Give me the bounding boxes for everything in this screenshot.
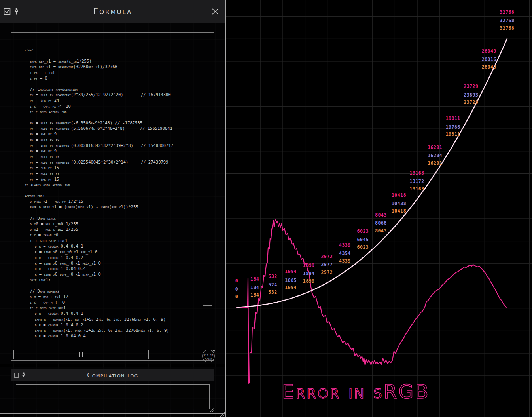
panel-resize-grip[interactable] [219, 412, 225, 417]
app-root: Formula loop: expr ref_y1 = slrgb(l_in1/… [0, 0, 532, 417]
horizontal-scroll-handle[interactable] [79, 352, 80, 357]
value-label-ref: 4354 [339, 251, 351, 256]
value-label-py: 184 [250, 276, 259, 282]
value-labels: 0001841841845325245321094108510941899189… [235, 10, 515, 299]
enabled-checkbox-icon[interactable] [4, 8, 11, 15]
value-label-prox: 32768 [500, 25, 514, 31]
formula-window: Formula loop: expr ref_y1 = slrgb(l_in1/… [0, 0, 225, 364]
value-label-py: 19811 [446, 116, 460, 121]
value-label-py: 16291 [428, 145, 442, 150]
value-label-prox: 1899 [303, 278, 315, 284]
grid-lines [226, 0, 532, 417]
value-label-prox: 184 [250, 292, 259, 298]
value-label-ref: 2977 [321, 262, 333, 267]
scale-value: 317.12 [203, 354, 214, 357]
value-label-ref: 13172 [410, 179, 424, 184]
value-label-ref: 32768 [500, 18, 514, 23]
log-resize-grip[interactable] [209, 407, 215, 413]
value-label-prox: 13163 [410, 186, 424, 192]
value-label-prox: 4339 [339, 258, 351, 264]
value-label-py: 2972 [321, 254, 333, 259]
value-label-prox: 6023 [357, 244, 369, 250]
scale-label: Scale [203, 358, 214, 361]
chart-canvas[interactable]: 0001841841845325245321094108510941899189… [226, 0, 532, 417]
value-label-py: 10418 [392, 192, 406, 198]
value-label-ref: 0 [235, 286, 238, 292]
value-label-py: 1094 [285, 269, 297, 274]
value-label-py: 8043 [375, 212, 387, 218]
value-label-ref: 524 [268, 282, 277, 288]
value-label-prox: 2972 [321, 270, 333, 275]
value-label-ref: 8068 [375, 220, 387, 226]
value-label-ref: 28016 [482, 57, 496, 62]
disabled-checkbox-icon[interactable] [14, 373, 19, 378]
value-label-py: 32768 [500, 10, 514, 15]
value-label-py: 1899 [303, 263, 315, 268]
formula-code[interactable]: loop: expr ref_y1 = slrgb(l_in1/255) exp… [25, 47, 198, 337]
value-label-ref: 10438 [392, 201, 406, 206]
value-label-ref: 16284 [428, 153, 442, 158]
value-label-py: 13163 [410, 170, 424, 176]
left-panel-column: Formula loop: expr ref_y1 = slrgb(l_in1/… [0, 0, 226, 417]
pin-icon[interactable] [13, 8, 19, 15]
log-titlebar[interactable]: Compilation log [11, 369, 214, 381]
value-label-prox: 23729 [464, 99, 478, 105]
log-output-box[interactable] [16, 384, 210, 409]
value-label-ref: 23693 [464, 92, 478, 98]
formula-titlebar[interactable]: Formula [0, 0, 225, 23]
horizontal-scrollbar[interactable] [13, 350, 149, 359]
value-label-py: 23729 [464, 84, 478, 89]
value-label-py: 4339 [339, 242, 351, 248]
value-label-prox: 19811 [446, 131, 460, 137]
log-pin-icon[interactable] [21, 372, 26, 378]
chart-title: Error in sRGB [282, 381, 430, 403]
value-label-py: 28049 [482, 48, 496, 54]
error-curve [237, 220, 506, 383]
value-label-ref: 1894 [303, 271, 315, 276]
close-icon[interactable] [211, 8, 219, 15]
value-label-prox: 1094 [285, 285, 297, 290]
value-label-prox: 0 [235, 294, 238, 299]
value-label-prox: 10418 [392, 208, 406, 214]
code-editor[interactable]: loop: expr ref_y1 = slrgb(l_in1/255) exp… [11, 32, 214, 361]
vertical-scrollbar[interactable] [203, 73, 212, 306]
log-window-title: Compilation log [87, 371, 138, 379]
value-label-ref: 184 [250, 285, 259, 290]
value-label-prox: 16291 [428, 160, 442, 166]
value-label-prox: 8043 [375, 228, 387, 234]
value-label-py: 0 [235, 278, 238, 284]
value-label-ref: 19786 [446, 124, 460, 130]
value-label-ref: 1085 [285, 278, 297, 283]
value-label-py: 532 [268, 274, 277, 279]
scale-dial[interactable]: 317.12 Scale [202, 350, 215, 362]
value-label-py: 6023 [357, 228, 369, 234]
compilation-log-window: Compilation log [0, 367, 225, 414]
value-label-prox: 28049 [482, 64, 496, 70]
value-label-prox: 532 [268, 289, 277, 295]
vertical-scroll-handle[interactable] [204, 185, 211, 189]
formula-window-title: Formula [93, 6, 133, 16]
dial-arrow-icon [212, 349, 215, 351]
value-label-ref: 6045 [357, 237, 369, 242]
